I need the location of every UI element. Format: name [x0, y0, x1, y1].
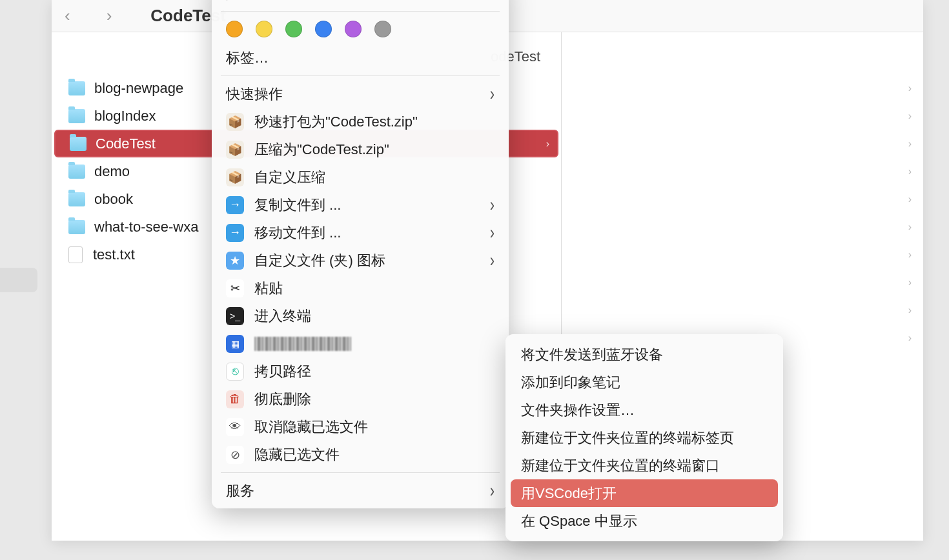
menu-services[interactable]: 服务 [212, 477, 509, 505]
submenu-open-vscode[interactable]: 用VSCode打开 [511, 479, 778, 507]
submenu-new-terminal-window[interactable]: 新建位于文件夹位置的终端窗口 [511, 452, 778, 479]
file-icon [68, 246, 83, 263]
tag-colors [212, 15, 509, 44]
tag-blue[interactable] [315, 21, 332, 37]
sidebar-selection [0, 268, 37, 292]
tag-orange[interactable] [226, 21, 243, 37]
menu-label: 自定义文件 (夹) 图标 [254, 251, 385, 270]
eye-off-icon: ⊘ [226, 446, 244, 464]
menu-compress[interactable]: 📦 压缩为"CodeTest.zip" [212, 135, 509, 163]
back-button[interactable]: ‹ [65, 6, 70, 26]
list-item[interactable]: › [562, 74, 923, 102]
menu-custom-compress[interactable]: 📦 自定义压缩 [212, 163, 509, 191]
file-name: CodeTest [96, 135, 156, 152]
menu-unhide[interactable]: 👁 取消隐藏已选文件 [212, 413, 509, 441]
list-item[interactable]: › [562, 296, 923, 324]
list-item[interactable]: › [562, 268, 923, 296]
menu-share[interactable]: 共享 [212, 0, 509, 7]
menu-label: 进入终端 [254, 306, 311, 326]
menu-label: 共享 [226, 0, 254, 3]
menu-separator [221, 472, 500, 473]
menu-terminal[interactable]: >_ 进入终端 [212, 302, 509, 330]
scissors-icon: ✂︎ [226, 279, 244, 297]
list-item[interactable]: › [562, 157, 923, 185]
file-name: what-to-see-wxa [94, 219, 198, 235]
menu-label: 取消隐藏已选文件 [254, 417, 368, 437]
menu-tags[interactable]: 标签… [212, 44, 509, 72]
menu-paste[interactable]: ✂︎ 粘贴 [212, 274, 509, 302]
file-name: blog-newpage [94, 80, 183, 97]
submenu-label: 文件夹操作设置… [521, 401, 635, 420]
menu-fast-zip[interactable]: 📦 秒速打包为"CodeTest.zip" [212, 108, 509, 135]
list-item[interactable]: › [562, 102, 923, 130]
menu-label: 隐藏已选文件 [254, 445, 340, 465]
forward-button[interactable]: › [107, 6, 112, 26]
tag-green[interactable] [285, 21, 302, 37]
submenu-label: 添加到印象笔记 [521, 373, 620, 392]
folder-icon [68, 165, 85, 179]
submenu-bluetooth[interactable]: 将文件发送到蓝牙设备 [511, 341, 778, 368]
menu-copy-to[interactable]: → 复制文件到 ... [212, 191, 509, 219]
copy-icon: → [226, 196, 244, 214]
menu-separator [221, 11, 500, 12]
menu-hide[interactable]: ⊘ 隐藏已选文件 [212, 441, 509, 468]
archive-icon: 📦 [226, 113, 244, 131]
menu-censored[interactable]: ▦ [212, 330, 509, 357]
star-icon: ★ [226, 252, 244, 270]
chevron-right-icon: › [908, 249, 912, 261]
list-item[interactable]: › [562, 130, 923, 157]
submenu-qspace[interactable]: 在 QSpace 中显示 [511, 507, 778, 535]
chevron-right-icon: › [908, 221, 912, 233]
submenu-label: 在 QSpace 中显示 [521, 512, 637, 531]
folder-icon [68, 220, 85, 234]
file-name: test.txt [93, 246, 135, 263]
menu-delete[interactable]: 🗑 彻底删除 [212, 385, 509, 413]
menu-label: 快速操作 [226, 85, 283, 104]
file-name: blogIndex [94, 108, 156, 125]
folder-icon [68, 192, 85, 206]
tag-yellow[interactable] [256, 21, 272, 37]
file-name: obook [94, 191, 133, 208]
menu-label: 彻底删除 [254, 390, 311, 409]
submenu-label: 将文件发送到蓝牙设备 [521, 345, 663, 365]
menu-copy-path[interactable]: ⎋ 拷贝路径 [212, 357, 509, 385]
censored-label [254, 337, 351, 351]
list-item[interactable]: › [562, 213, 923, 241]
chevron-right-icon: › [908, 110, 912, 122]
tag-purple[interactable] [345, 21, 362, 37]
app-icon: ▦ [226, 335, 244, 353]
eye-icon: 👁 [226, 418, 244, 436]
chevron-right-icon: › [908, 166, 912, 177]
chevron-right-icon: › [908, 305, 912, 316]
submenu-label: 用VSCode打开 [521, 484, 617, 503]
menu-label: 自定义压缩 [254, 168, 325, 187]
menu-custom-icon[interactable]: ★ 自定义文件 (夹) 图标 [212, 246, 509, 274]
file-name: demo [94, 163, 130, 180]
list-item[interactable]: › [562, 241, 923, 268]
chevron-right-icon: › [908, 332, 912, 344]
menu-move-to[interactable]: → 移动文件到 ... [212, 219, 509, 246]
menu-label: 秒速打包为"CodeTest.zip" [254, 112, 418, 132]
submenu-folder-actions[interactable]: 文件夹操作设置… [511, 396, 778, 424]
context-menu: 共享 标签… 快速操作 📦 秒速打包为"CodeTest.zip" 📦 压缩为"… [212, 0, 509, 508]
chevron-right-icon: › [908, 83, 912, 94]
menu-quick-actions[interactable]: 快速操作 [212, 80, 509, 108]
submenu-label: 新建位于文件夹位置的终端标签页 [521, 428, 734, 448]
list-item[interactable]: › [562, 185, 923, 213]
submenu-evernote[interactable]: 添加到印象笔记 [511, 368, 778, 396]
menu-separator [221, 75, 500, 76]
submenu-new-terminal-tab[interactable]: 新建位于文件夹位置的终端标签页 [511, 424, 778, 452]
chevron-right-icon: › [908, 277, 912, 288]
folder-icon [68, 109, 85, 123]
menu-label: 粘贴 [254, 279, 283, 298]
menu-label: 压缩为"CodeTest.zip" [254, 140, 389, 159]
menu-label: 标签… [226, 48, 269, 68]
menu-label: 移动文件到 ... [254, 223, 341, 243]
path-icon: ⎋ [226, 363, 244, 381]
archive-icon: 📦 [226, 168, 244, 186]
menu-label: 拷贝路径 [254, 362, 311, 381]
submenu-label: 新建位于文件夹位置的终端窗口 [521, 456, 720, 475]
archive-icon: 📦 [226, 141, 244, 159]
tag-gray[interactable] [374, 21, 391, 37]
folder-icon [68, 81, 85, 95]
